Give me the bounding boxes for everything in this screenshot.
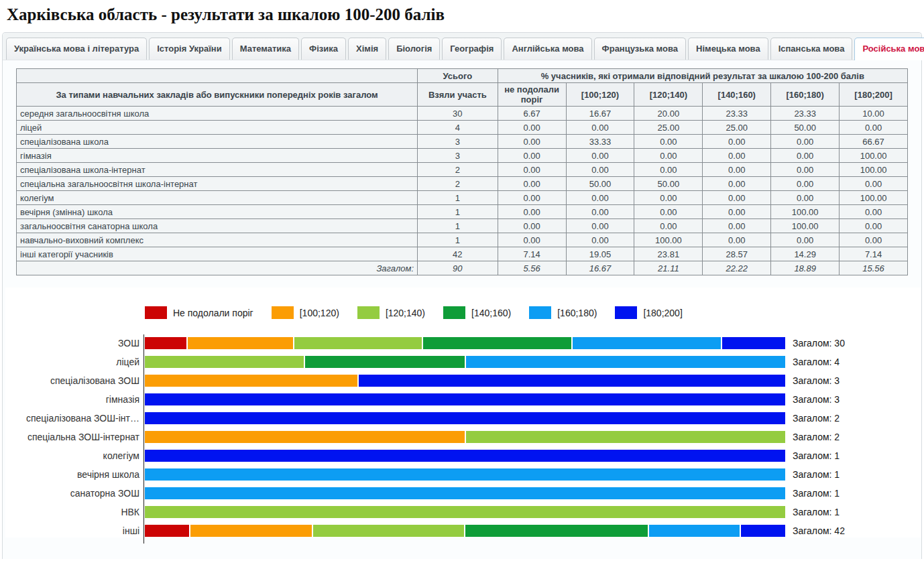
bar-total-label: Загалом: 1 (793, 488, 840, 499)
subject-tab[interactable]: Іспанська мова (770, 38, 853, 60)
bar-category-label: ліцей (16, 357, 141, 367)
value-cell: 0.00 (634, 149, 703, 163)
page-title: Харківська область - результати за шкало… (7, 5, 924, 24)
bar-row: спеціальна ЗОШ-інтернатЗагалом: 2 (16, 430, 921, 444)
value-cell: 33.33 (566, 135, 634, 149)
subject-tab[interactable]: Французька мова (594, 38, 686, 60)
bar-segment (422, 336, 572, 350)
stacked-bar (144, 430, 786, 444)
bar-segment (144, 524, 190, 538)
value-cell: 0.00 (703, 149, 771, 163)
subject-tab[interactable]: Математика (232, 38, 299, 60)
stacked-bar (144, 505, 786, 519)
value-cell: 0.00 (566, 121, 634, 135)
value-cell: 0.00 (498, 219, 566, 233)
legend-item: [180;200] (615, 306, 682, 319)
value-cell: 0.00 (840, 205, 908, 219)
value-cell: 0.00 (840, 219, 908, 233)
legend-label: [120;140) (386, 308, 425, 318)
results-chart: Не подолали поріг[100;120)[120;140)[140;… (5, 288, 921, 538)
table-row: загальноосвітня санаторна школа10.000.00… (17, 219, 908, 233)
subject-tab[interactable]: Біологія (388, 38, 440, 60)
value-cell: 5.56 (498, 261, 566, 275)
subject-tab[interactable]: Хімія (348, 38, 386, 60)
legend-label: [100;120) (300, 308, 339, 318)
bar-segment (144, 393, 786, 406)
school-type-cell: Загалом: (17, 261, 418, 275)
stacked-bar (144, 412, 786, 425)
subject-tab[interactable]: Англійська мова (504, 38, 591, 60)
value-cell: 10.00 (840, 107, 908, 121)
bar-segment (740, 524, 786, 538)
subject-tab[interactable]: Російська мова (854, 38, 924, 60)
legend-item: Не подолали поріг (145, 306, 253, 319)
school-type-cell: навчально-виховний комплекс (17, 233, 418, 247)
bar-total-label: Загалом: 1 (793, 450, 840, 461)
column-header-range: [160;180) (771, 83, 840, 107)
bar-segment (144, 374, 358, 387)
value-cell: 0.00 (634, 205, 703, 219)
percent-group-header: % учасників, які отримали відповідний ре… (498, 69, 907, 83)
empty-header-cell (17, 69, 418, 83)
bar-segment (465, 355, 787, 369)
bar-row: санаторна ЗОШЗагалом: 1 (16, 487, 921, 500)
bar-segment (144, 487, 786, 500)
value-cell: 0.00 (771, 149, 840, 163)
bar-row: колегіумЗагалом: 1 (16, 449, 921, 462)
bar-segment (144, 355, 304, 369)
value-cell: 0.00 (840, 121, 908, 135)
bar-total-label: Загалом: 2 (793, 413, 840, 424)
value-cell: 0.00 (498, 135, 566, 149)
bar-segment (190, 524, 312, 538)
subject-tab[interactable]: Історія України (149, 38, 230, 60)
bar-segment (304, 355, 465, 369)
bar-category-label: спеціалізована ЗОШ-інт… (16, 413, 141, 424)
value-cell: 28.57 (703, 247, 771, 261)
bar-segment (144, 336, 187, 350)
bar-segment (144, 430, 465, 444)
school-type-cell: вечірня (змінна) школа (17, 205, 418, 219)
legend-item: [160;180) (529, 306, 597, 319)
value-cell: 7.14 (840, 247, 908, 261)
value-cell: 16.67 (566, 107, 634, 121)
subject-tab[interactable]: Фізика (301, 38, 346, 60)
stacked-bar (144, 336, 786, 350)
bar-total-label: Загалом: 30 (793, 338, 845, 349)
chart-legend: Не подолали поріг[100;120)[120;140)[140;… (145, 306, 921, 319)
value-cell: 0.00 (498, 149, 566, 163)
bar-category-label: ЗОШ (16, 338, 141, 349)
value-cell: 0.00 (566, 233, 634, 247)
value-cell: 0.00 (498, 191, 566, 205)
value-cell: 0.00 (566, 163, 634, 177)
value-cell: 3 (418, 135, 498, 149)
value-cell: 0.00 (771, 135, 840, 149)
stacked-bar (144, 393, 786, 406)
value-cell: 100.00 (771, 205, 840, 219)
bar-total-label: Загалом: 2 (793, 432, 840, 442)
school-type-cell: інші категорії учасників (17, 247, 418, 261)
table-row: вечірня (змінна) школа10.000.000.000.001… (17, 205, 908, 219)
legend-label: [160;180) (557, 308, 597, 318)
subject-tab[interactable]: Українська мова і література (6, 38, 147, 60)
value-cell: 23.33 (771, 107, 840, 121)
bar-category-label: спеціальна ЗОШ-інтернат (16, 432, 141, 442)
bar-total-label: Загалом: 1 (793, 507, 840, 517)
value-cell: 90 (418, 261, 498, 275)
value-cell: 4 (418, 121, 498, 135)
value-cell: 0.00 (771, 191, 840, 205)
legend-swatch (615, 306, 637, 319)
bar-row: НВКЗагалом: 1 (16, 505, 921, 519)
table-header-row-2: За типами навчальних закладів або випуск… (17, 83, 908, 107)
value-cell: 22.22 (703, 261, 771, 275)
value-cell: 0.00 (771, 163, 840, 177)
value-cell: 100.00 (840, 149, 908, 163)
bar-row: вечірня школаЗагалом: 1 (16, 468, 921, 481)
value-cell: 0.00 (498, 121, 566, 135)
subject-tab[interactable]: Німецька мова (688, 38, 768, 60)
legend-label: [140;160) (471, 308, 511, 318)
legend-swatch (529, 306, 551, 319)
subject-tab[interactable]: Географія (442, 38, 502, 60)
legend-swatch (272, 306, 294, 319)
table-row: середня загальноосвітня школа306.6716.67… (17, 107, 908, 121)
value-cell: 0.00 (703, 177, 771, 191)
